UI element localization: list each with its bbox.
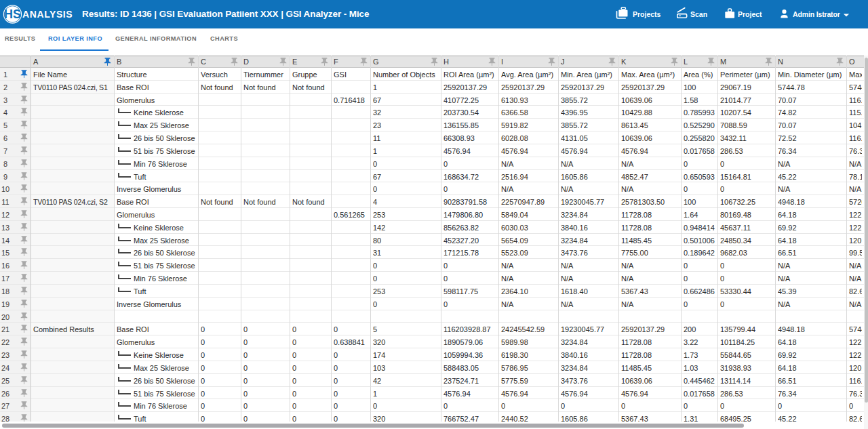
svg-text:HS: HS <box>4 7 21 21</box>
